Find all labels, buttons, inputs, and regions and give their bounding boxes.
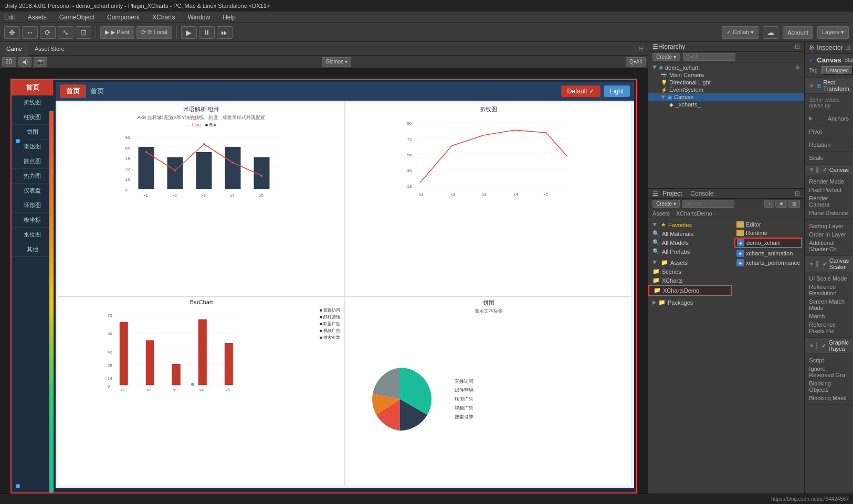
hier-eventsystem[interactable]: ⚡ EventSystem [648, 86, 804, 93]
hier-settings[interactable]: ⚙ [795, 65, 800, 70]
graphic-raycast-header[interactable]: ▼ ✓ Graphic Rayca [805, 338, 853, 354]
object-checkbox[interactable]: ✓ [809, 57, 814, 63]
tab-game[interactable]: Game [0, 42, 28, 56]
local-button[interactable]: ⟳ ⟳ Local [136, 26, 172, 39]
project-create-btn[interactable]: Create ▾ [652, 200, 680, 208]
project-search[interactable] [682, 200, 734, 208]
breadcrumb-assets[interactable]: Assets [652, 210, 670, 217]
light-button[interactable]: Light [604, 85, 630, 97]
all-filter-button[interactable]: Q▾All [626, 57, 646, 67]
hier-xcharts[interactable]: ◆ _xcharts_ [648, 101, 804, 108]
scale-tool[interactable]: ⤡ [58, 26, 73, 39]
proj-all-prefabs[interactable]: 🔍 All Prefabs [648, 247, 732, 256]
proj-packages[interactable]: 📁 Packages [648, 298, 732, 307]
proj-scenes[interactable]: 📁 Scenes [648, 267, 732, 276]
audio-button[interactable]: ◀) [18, 57, 31, 67]
assets-header[interactable]: 📁 Assets [648, 258, 732, 267]
favorites-header[interactable]: ★ Favorites [648, 220, 732, 229]
tab-console[interactable]: Console [690, 190, 713, 197]
rotate-tool[interactable]: ⟳ [40, 26, 56, 39]
nav-ringchart[interactable]: 环形图 [12, 198, 53, 213]
tag-value[interactable]: Untagged [822, 66, 852, 75]
nav-waterlevel[interactable]: 水位图 [12, 228, 53, 242]
project-filter-btn[interactable]: ★ [775, 200, 787, 208]
nav-linechart[interactable]: 折线图 [12, 95, 53, 110]
svg-point-20 [232, 162, 234, 164]
chart2-title: 折线图 [347, 105, 629, 113]
proj-all-materials[interactable]: 🔍 All Materials [648, 229, 732, 238]
hierarchy-search[interactable] [683, 53, 735, 61]
asset-xcharts-perf[interactable]: ◈ xcharts_performance [734, 258, 802, 267]
menu-xcharts[interactable]: XCharts [150, 13, 177, 22]
canvas-scaler-header[interactable]: ▼ ✓ Canvas Scaler [805, 256, 853, 272]
svg-text:80: 80 [125, 135, 130, 140]
nav-polarchart[interactable]: 极坐标 [12, 213, 53, 228]
raycast-checkbox[interactable] [816, 342, 817, 349]
nav-other[interactable]: 其他 [12, 242, 53, 257]
camera-button[interactable]: 📷 [34, 57, 47, 67]
hier-canvas[interactable]: ▣ Canvas [648, 93, 804, 101]
collab-button[interactable]: ✓ Collab ▾ [722, 26, 759, 39]
nav-scatterplot[interactable]: 散点图 [12, 154, 53, 169]
project-grid-btn[interactable]: ⊞ [788, 200, 800, 208]
hier-scene[interactable]: ◈ demo_xchart ⚙ [648, 63, 804, 71]
menu-window[interactable]: Window [185, 13, 212, 22]
asset-editor[interactable]: Editor [734, 220, 802, 229]
inspector-minimize[interactable]: ⊟ [845, 44, 850, 51]
menu-assets[interactable]: Assets [26, 13, 49, 22]
handle-bottom-left[interactable] [16, 484, 20, 488]
scaler-checkbox[interactable] [816, 261, 818, 267]
all-prefabs-label: All Prefabs [662, 249, 690, 255]
graphic-raycast-section: Script Ignore Reversed Gra Blocking Obje… [805, 354, 853, 405]
hier-dir-light[interactable]: 💡 Directional Light [648, 79, 804, 86]
proj-all-models[interactable]: 🔍 All Models [648, 238, 732, 247]
nav-piechart[interactable]: 饼图 [12, 125, 53, 140]
project-minimize[interactable]: ⊟ [795, 190, 800, 197]
scene-sidebar-header[interactable]: 首页 [12, 80, 53, 95]
menu-help[interactable]: Help [220, 13, 238, 22]
menu-component[interactable]: Component [105, 13, 142, 22]
proj-xcharts[interactable]: 📁 XCharts [648, 276, 732, 285]
ref-pixels-label: Reference Pixels Per [809, 321, 849, 334]
asset-xcharts-anim[interactable]: ◈ xcharts_animation [734, 249, 802, 258]
tab-homepage-active[interactable]: 首页 [60, 84, 86, 98]
default-button[interactable]: Default ✓ [561, 85, 601, 97]
play-button[interactable]: ▶ [181, 26, 197, 39]
project-sort-btn[interactable]: ↑ [764, 200, 774, 208]
menu-edit[interactable]: Edit [2, 13, 17, 22]
nav-gauge[interactable]: 仪表盘 [12, 184, 53, 198]
proj-xchartsdemo[interactable]: 📁 XChartsDemo [648, 285, 732, 296]
rect-transform-header[interactable]: ▼ ⊞ Rect Transform [805, 78, 853, 94]
handle-top-left[interactable] [16, 139, 20, 143]
xcharts-folder-icon: 📁 [652, 277, 660, 284]
tab-asset-store[interactable]: Asset Store [28, 42, 71, 56]
cloud-button[interactable]: ☁ [763, 26, 778, 39]
hierarchy-create-btn[interactable]: Create ▾ [652, 53, 680, 61]
canvas-component-header[interactable]: ▼ ✓ Canvas [805, 165, 853, 175]
hand-tool[interactable]: ✥ [4, 26, 20, 39]
svg-text:x2: x2 [147, 388, 152, 392]
rect-tool[interactable]: ⊡ [76, 26, 91, 39]
account-button[interactable]: Account [783, 26, 813, 39]
gizmos-button[interactable]: Gizmos ▾ [322, 57, 351, 67]
chart3-handle[interactable] [190, 382, 195, 387]
hier-main-camera[interactable]: 📷 Main Camera [648, 71, 804, 79]
menu-gameobject[interactable]: GameObject [57, 13, 97, 22]
nav-barchart[interactable]: 柱状图 [12, 110, 53, 125]
svg-rect-56 [172, 364, 181, 385]
asset-runtime[interactable]: Runtime [734, 229, 802, 237]
pivot-button[interactable]: ▶ ▶ Pivot [100, 26, 134, 39]
breadcrumb-xchartsdemo[interactable]: XChartsDemo [676, 210, 712, 217]
hierarchy-minimize[interactable]: ⊟ [795, 43, 800, 50]
step-button[interactable]: ⏭ [217, 26, 233, 39]
chart-bar: BarChart ■ 直接访问 ■ 邮件营销 ■ 联盟广告 ■ 视频广告 ■ 搜… [58, 296, 345, 486]
tab-homepage-inactive[interactable]: 首页 [90, 87, 104, 96]
nav-heatmap[interactable]: 热力图 [12, 169, 53, 184]
asset-demo-xchart[interactable]: ◈ demo_xchart [734, 238, 802, 248]
layers-button[interactable]: Layers ▾ [817, 26, 849, 39]
move-tool[interactable]: ↔ [22, 26, 38, 39]
pause-button[interactable]: ⏸ [199, 26, 215, 39]
2d-button[interactable]: 2D [2, 57, 16, 67]
assets-arrow [652, 261, 657, 264]
canvas-checkbox[interactable] [816, 167, 818, 173]
